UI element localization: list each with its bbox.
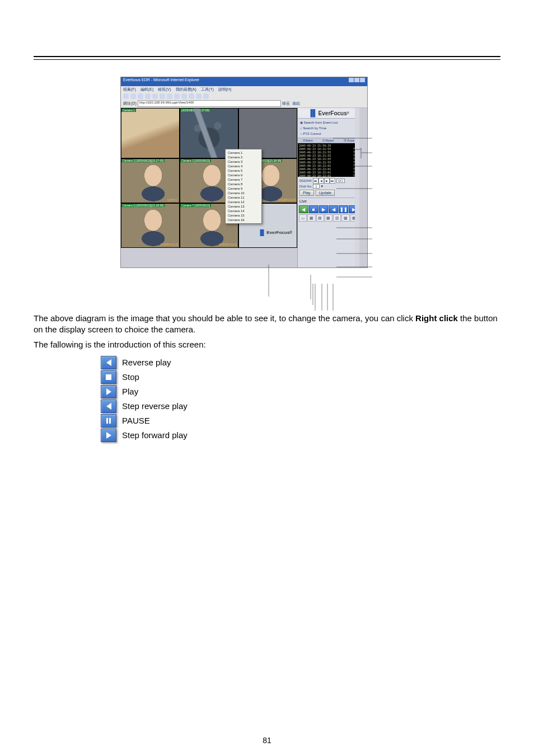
- ctx-menu-item[interactable]: Camera 7: [228, 177, 259, 182]
- address-label: 網址(D): [123, 101, 137, 106]
- filter-alarm[interactable]: ☑ Alarm: [303, 139, 313, 142]
- browser-chrome: Everfocus EDR - Microsoft Internet Explo…: [121, 77, 367, 108]
- description-text: The above diagram is the image that you …: [34, 313, 500, 442]
- pause-label: PAUSE: [122, 415, 150, 426]
- ctx-menu-item[interactable]: Camera 2: [228, 155, 259, 159]
- stop-icon[interactable]: ■: [309, 205, 318, 213]
- layout-13[interactable]: ▩: [341, 214, 349, 222]
- ctx-menu-item[interactable]: Camera 10: [228, 191, 259, 195]
- scrollbar[interactable]: [355, 108, 359, 268]
- side-panel: ▐▌EverFocus® ◉ Search from Event List ○ …: [297, 108, 359, 268]
- browser-toolbar: [121, 93, 367, 100]
- play-button[interactable]: Play: [299, 190, 314, 196]
- address-input[interactable]: http://220.228.99.99/LoginView/1400: [138, 100, 282, 107]
- camera-tile-2[interactable]: Camera 2 [2005/08/23][15:27:00] 主控中心: [121, 158, 180, 203]
- browser-menubar: 檔案(F) 編輯(E) 檢視(V) 我的最愛(A) 工具(T) 說明(H): [121, 86, 367, 93]
- pager-buttons[interactable]: ⏮◀▶⏭: [313, 178, 335, 184]
- window-buttons: [348, 78, 365, 86]
- ctx-menu-item[interactable]: Camera 14: [228, 209, 259, 213]
- rev-play-label: Reverse play: [122, 357, 171, 368]
- ctx-menu-item[interactable]: Camera 5: [228, 168, 259, 173]
- layout-4[interactable]: ▦: [307, 214, 315, 222]
- play-desc-icon: [101, 385, 116, 398]
- stop-label: Stop: [122, 372, 139, 383]
- play-fwd-icon[interactable]: ▶: [319, 205, 329, 213]
- step-fwd-label: Step forward play: [122, 430, 188, 441]
- page-number: 81: [0, 736, 534, 745]
- event-pager: 002/244 ⏮◀▶⏭ GO: [298, 177, 359, 185]
- ctx-menu-item[interactable]: Camera 8: [228, 182, 259, 186]
- camera-tile-6[interactable]: Camera 6 [2005/08/23][15:28:58] EVERFOCU…: [121, 203, 180, 248]
- radio-by-time[interactable]: ○ Search by Time: [300, 125, 357, 131]
- ctx-menu-item[interactable]: Camera 4: [228, 164, 259, 168]
- camera-grid: Camera 1 [2005/08/23][15:27:00] Camera 2…: [121, 108, 297, 268]
- event-list[interactable]: 2005-08-23 15:50:29T62005-08-23 18:21:55…: [298, 143, 359, 177]
- dvr-webclient-screenshot: Everfocus EDR - Microsoft Internet Explo…: [120, 77, 368, 268]
- layout-10[interactable]: ▥: [333, 214, 341, 222]
- layout-7[interactable]: ▤: [316, 214, 324, 222]
- pager-go[interactable]: GO: [336, 179, 345, 183]
- filter-vloss[interactable]: ☑ VLoss: [344, 139, 354, 142]
- ctx-menu-item[interactable]: Camera 16: [228, 218, 259, 222]
- ctx-menu-item[interactable]: Camera 6: [228, 173, 259, 177]
- step-rev-icon[interactable]: ◀: [329, 205, 338, 213]
- ctx-menu-item[interactable]: Camera 15: [228, 213, 259, 218]
- step-rev-label: Step reverse play: [122, 401, 188, 412]
- playback-bar: ◀ ■ ▶ ◀ ❚❚ ▶: [298, 204, 359, 214]
- ctx-menu-item[interactable]: Camera 9: [228, 186, 259, 191]
- rev-play-icon: [101, 356, 116, 369]
- brand-logo-small: ▐▌EverFocus®: [258, 229, 292, 236]
- play-rev-icon[interactable]: ◀: [299, 205, 308, 213]
- disk-select-row: Disk No. 1 ▼: [298, 185, 359, 190]
- radio-event-list[interactable]: ◉ Search from Event List: [300, 120, 357, 125]
- search-mode-radios: ◉ Search from Event List ○ Search by Tim…: [298, 119, 359, 138]
- ctx-menu-item[interactable]: Camera 13: [228, 204, 259, 209]
- disk-select[interactable]: 1: [313, 184, 319, 189]
- ctx-menu-item[interactable]: Camera 11: [228, 195, 259, 200]
- status-label: Live: [298, 198, 359, 204]
- pause-icon[interactable]: ❚❚: [339, 205, 348, 213]
- brand-logo: ▐▌EverFocus®: [298, 108, 359, 119]
- layout-1[interactable]: ▭: [299, 214, 307, 222]
- ctx-menu-item[interactable]: Camera 12: [228, 200, 259, 204]
- address-bar: 網址(D) http://220.228.99.99/LoginView/140…: [121, 100, 367, 107]
- layout-bar: ▭ ▦ ▤ ▦ ▥ ▩ ▦: [298, 214, 359, 223]
- camera-tile-1[interactable]: Camera 1: [121, 108, 180, 158]
- play-label: Play: [122, 386, 138, 397]
- stop-desc-icon: [101, 370, 116, 384]
- filter-motion[interactable]: ☑ Motion: [322, 139, 334, 142]
- ctx-menu-item[interactable]: Camera 1: [228, 151, 259, 155]
- event-filters: ☑ Alarm ☑ Motion ☑ VLoss: [298, 138, 359, 143]
- pager-label: 002/244: [299, 179, 312, 182]
- step-fwd-icon-desc: [101, 429, 116, 442]
- radio-ptz[interactable]: ○ PTZ Control: [300, 131, 357, 137]
- camera-context-menu[interactable]: Camera 1Camera 2Camera 3Camera 4Camera 5…: [225, 149, 262, 224]
- window-title: Everfocus EDR - Microsoft Internet Explo…: [123, 78, 199, 86]
- layout-9[interactable]: ▦: [325, 214, 332, 222]
- step-rev-icon-desc: [101, 400, 116, 413]
- update-button[interactable]: Update: [316, 190, 335, 196]
- ctx-menu-item[interactable]: Camera 3: [228, 159, 259, 164]
- pause-desc-icon: [101, 414, 116, 428]
